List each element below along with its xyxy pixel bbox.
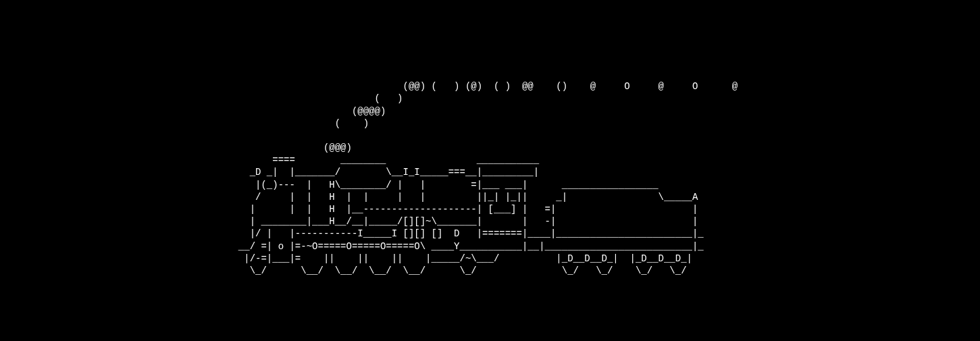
ascii-line-14: |/ | |-----------I_____I [][] [] D |====… [0,228,704,239]
ascii-line-7: (@@@) [0,142,352,153]
ascii-line-5: ( ) [0,118,369,129]
ascii-line-4: (@@@@) [0,106,386,117]
terminal-output: (@@) ( ) (@) ( ) @@ () @ O @ O @ ( ) (@@… [0,49,980,277]
ascii-line-2: (@@) ( ) (@) ( ) @@ () @ O @ O @ [0,81,738,92]
ascii-line-11: / | | H | | | | ||_| |_|| _| \_____A [0,192,698,203]
ascii-line-8: ==== ________ ___________ [0,155,539,165]
ascii-line-17: \_/ \__/ \__/ \__/ \__/ \_/ \_/ \_/ \_/ … [0,265,687,276]
ascii-line-9: _D _| |_______/ \__I_I_____===__|_______… [0,167,539,178]
ascii-line-15: __/ =| o |=-~O=====O=====O=====O\ ____Y_… [0,241,704,252]
ascii-line-13: | ________|___H__/__|_____/[][]~\_______… [0,216,698,227]
ascii-line-10: |(_)--- | H\________/ | | =|___ ___| ___… [0,180,659,190]
ascii-line-12: | | | H |__--------------------| [___] |… [0,204,698,215]
ascii-line-16: |/-=|___|= || || || |_____/~\___/ |_D__D… [0,253,692,264]
ascii-line-3: ( ) [0,93,403,104]
